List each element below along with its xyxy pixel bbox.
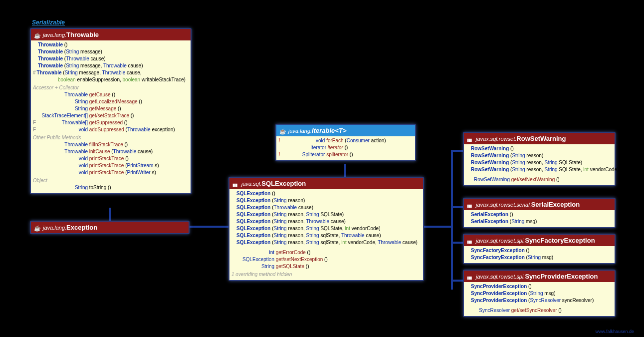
conn-sql-right-v <box>451 150 453 290</box>
member-row[interactable]: Throwable initCause (Throwable cause) <box>33 148 189 155</box>
ctor-row[interactable]: SyncProviderException (String msg) <box>466 290 613 297</box>
member-row[interactable]: RowSetWarning get/setNextWarning () <box>466 176 613 183</box>
syncproviderexception-body: SyncProviderException () SyncProviderExc… <box>464 282 615 316</box>
ctor-row[interactable]: RowSetWarning (String reason, String SQL… <box>466 159 613 166</box>
ctor-row[interactable]: Throwable (String message, Throwable cau… <box>33 62 189 69</box>
ctor-row[interactable]: RowSetWarning (String reason) <box>466 152 613 159</box>
throwable-box: java.lang.Throwable Throwable () Throwab… <box>30 28 192 194</box>
syncfactoryexception-header[interactable]: javax.sql.rowset.spi.SyncFactoryExceptio… <box>464 235 615 246</box>
iterable-box: java.lang.Iterable<T> !void forEach (Con… <box>275 124 416 161</box>
member-row[interactable]: Throwable fillInStackTrace () <box>33 141 189 148</box>
overriding-note: 1 overriding method hidden <box>231 271 421 278</box>
rowset-icon <box>467 202 474 208</box>
section-other: Other Public Methods <box>33 134 189 141</box>
conn-iterable-sql <box>344 164 346 178</box>
ctor-row[interactable]: SyncFactoryException () <box>466 247 613 254</box>
conn-throwable-exception <box>109 208 111 222</box>
member-row[interactable]: Fvoid addSuppressed (Throwable exception… <box>33 126 189 133</box>
ctor-row-cont: boolean enableSuppression, boolean writa… <box>33 76 189 83</box>
ctor-row[interactable]: SyncProviderException () <box>466 283 613 290</box>
member-row[interactable]: void printStackTrace (PrintStream s) <box>33 162 189 169</box>
syncfactoryexception-body: SyncFactoryException () SyncFactoryExcep… <box>464 246 615 263</box>
member-row[interactable]: void printStackTrace (PrintWriter s) <box>33 169 189 176</box>
rowsetwarning-box: javax.sql.rowset.RowSetWarning RowSetWar… <box>463 132 616 186</box>
member-row[interactable]: StackTraceElement[] get/setStackTrace () <box>33 112 189 119</box>
syncproviderexception-box: javax.sql.rowset.spi.SyncProviderExcepti… <box>463 270 616 317</box>
conn-exception-sql-h <box>189 226 229 228</box>
serialexception-body: SerialException () SerialException (Stri… <box>464 210 615 227</box>
member-row[interactable]: SQLException get/setNextException () <box>231 256 421 263</box>
conn-serial <box>451 206 464 208</box>
serialexception-header[interactable]: javax.sql.rowset.serial.SerialException <box>464 199 615 210</box>
rowset-icon <box>467 238 474 244</box>
sql-icon <box>232 181 239 187</box>
ctor-row[interactable]: RowSetWarning (String reason, String SQL… <box>466 166 613 173</box>
member-row[interactable]: Iterator iterator () <box>278 144 413 151</box>
ctor-row[interactable]: SerialException () <box>466 211 613 218</box>
ctor-row[interactable]: Throwable (String message) <box>33 48 189 55</box>
ctor-row[interactable]: SQLException () <box>231 190 421 197</box>
ctor-row[interactable]: SQLException (String reason, String SQLS… <box>231 225 421 232</box>
iterable-header[interactable]: java.lang.Iterable<T> <box>276 125 415 136</box>
exception-box: java.lang.Exception <box>30 221 190 234</box>
ctor-row[interactable]: SyncProviderException (SyncResolver sync… <box>466 297 613 304</box>
ctor-row[interactable]: SQLException (String reason, Throwable c… <box>231 218 421 225</box>
ctor-row[interactable]: Throwable () <box>33 41 189 48</box>
member-row[interactable]: SyncResolver get/setSyncResolver () <box>466 307 613 314</box>
serializable-label[interactable]: Serializable <box>32 19 65 26</box>
conn-sql-right-h <box>423 226 453 228</box>
interface-icon <box>279 128 286 134</box>
class-icon <box>34 225 41 231</box>
throwable-header[interactable]: java.lang.Throwable <box>31 29 191 40</box>
member-row[interactable]: !void forEach (Consumer action) <box>278 137 413 144</box>
ctor-row[interactable]: RowSetWarning () <box>466 145 613 152</box>
rowset-icon <box>467 274 474 280</box>
ctor-row[interactable]: SQLException (String reason) <box>231 197 421 204</box>
member-row[interactable]: int getErrorCode () <box>231 249 421 256</box>
section-accessor: Accessor + Collector <box>33 84 189 91</box>
member-row[interactable]: void printStackTrace () <box>33 155 189 162</box>
ctor-row[interactable]: Throwable (Throwable cause) <box>33 55 189 62</box>
conn-rowsetwarning <box>451 150 464 152</box>
member-row[interactable]: String toString () <box>33 184 189 191</box>
ctor-row[interactable]: SQLException (String reason, String sqlS… <box>231 232 421 239</box>
member-row[interactable]: String getLocalizedMessage () <box>33 98 189 105</box>
iterable-body: !void forEach (Consumer action) Iterator… <box>276 136 415 160</box>
syncfactoryexception-box: javax.sql.rowset.spi.SyncFactoryExceptio… <box>463 234 616 264</box>
section-object: Object <box>33 177 189 184</box>
ctor-row[interactable]: SQLException (String reason, String sqlS… <box>231 239 421 246</box>
conn-syncfactory <box>451 242 464 244</box>
member-row[interactable]: FThrowable[] getSuppressed () <box>33 119 189 126</box>
sqlexception-box: java.sql.SQLException SQLException () SQ… <box>228 177 424 281</box>
serialexception-box: javax.sql.rowset.serial.SerialException … <box>463 198 616 228</box>
syncproviderexception-header[interactable]: javax.sql.rowset.spi.SyncProviderExcepti… <box>464 271 615 282</box>
throwable-body: Throwable () Throwable (String message) … <box>31 40 191 193</box>
member-row[interactable]: String getSQLState () <box>231 263 421 270</box>
member-row[interactable]: Throwable getCause () <box>33 91 189 98</box>
member-row[interactable]: !Spliterator spliterator () <box>278 151 413 158</box>
rowsetwarning-body: RowSetWarning () RowSetWarning (String r… <box>464 144 615 185</box>
footer-link[interactable]: www.falkhausen.de <box>595 329 634 334</box>
exception-header[interactable]: java.lang.Exception <box>31 222 189 233</box>
ctor-row[interactable]: SQLException (String reason, String SQLS… <box>231 211 421 218</box>
ctor-row[interactable]: #Throwable (String message, Throwable ca… <box>33 69 189 76</box>
ctor-row[interactable]: SQLException (Throwable cause) <box>231 204 421 211</box>
rowset-icon <box>467 136 474 142</box>
ctor-row[interactable]: SyncFactoryException (String msg) <box>466 254 613 261</box>
ctor-row[interactable]: SerialException (String msg) <box>466 218 613 225</box>
sqlexception-body: SQLException () SQLException (String rea… <box>229 189 423 280</box>
class-icon <box>34 32 41 38</box>
conn-syncprovider <box>451 280 464 282</box>
member-row[interactable]: String getMessage () <box>33 105 189 112</box>
sqlexception-header[interactable]: java.sql.SQLException <box>229 178 423 189</box>
rowsetwarning-header[interactable]: javax.sql.rowset.RowSetWarning <box>464 133 615 144</box>
